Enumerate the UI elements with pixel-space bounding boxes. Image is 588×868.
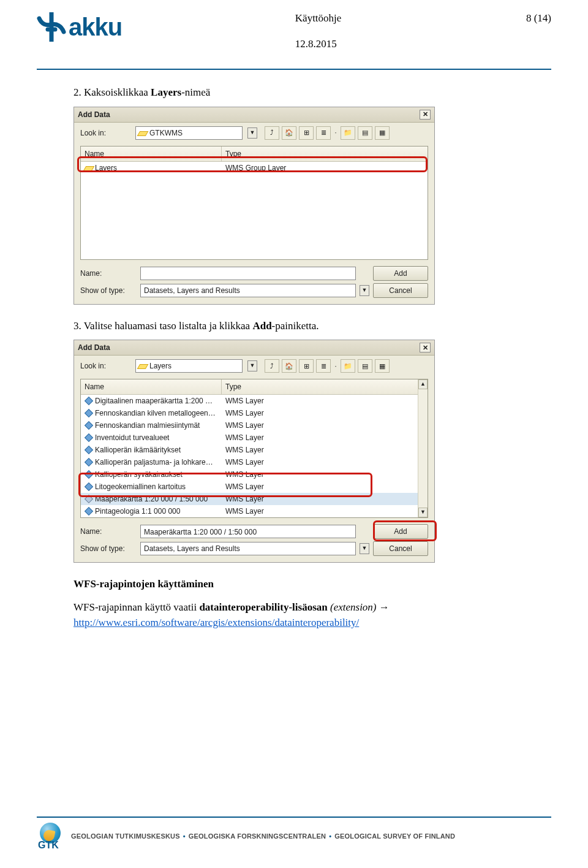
showtype-select[interactable]: Datasets, Layers and Results: [140, 284, 356, 297]
name-input[interactable]: Maaperäkartta 1:20 000 / 1:50 000: [140, 525, 356, 538]
close-button[interactable]: ✕: [420, 343, 431, 352]
scroll-down-icon[interactable]: ▼: [418, 508, 428, 517]
layer-icon: [85, 421, 93, 430]
new-folder-icon[interactable]: 📁: [341, 359, 355, 373]
page-number: 8 (14): [514, 12, 551, 25]
add-button[interactable]: Add: [373, 524, 428, 539]
wfs-paragraph: WFS-rajapinnan käyttö vaatii datainterop…: [74, 600, 514, 631]
scrollbar[interactable]: ▲ ▼: [418, 379, 428, 517]
chevron-down-icon[interactable]: ▼: [247, 128, 257, 139]
page-header: akku Käyttöohje 12.8.2015 8 (14): [0, 0, 588, 69]
header-rule: [37, 69, 551, 70]
list-item[interactable]: Layers WMS Group Layer: [81, 162, 428, 174]
layer-icon: [85, 446, 93, 454]
list-item[interactable]: Fennoskandian malmiesiintymätWMS Layer: [81, 419, 418, 432]
doc-date: 12.8.2015: [295, 38, 342, 50]
list-body: Layers WMS Group Layer: [81, 162, 428, 179]
up-folder-icon[interactable]: ⤴: [265, 359, 279, 373]
name-label: Name:: [80, 268, 137, 279]
chevron-down-icon[interactable]: ▼: [360, 543, 369, 554]
list-item[interactable]: Fennoskandian kilven metallogeen…WMS Lay…: [81, 407, 418, 419]
add-data-dialog-2: Add Data ✕ Look in: Layers ▼ ⤴ 🏠 ⊞ ≣ · 📁…: [74, 340, 435, 563]
toolbar-buttons: ⤴ 🏠 ⊞ ≣ · 📁 ▤ ▦: [265, 359, 390, 373]
home-icon[interactable]: 🏠: [282, 359, 296, 373]
brand-text: akku: [69, 13, 122, 41]
list-item[interactable]: Digitaalinen maaperäkartta 1:200 …WMS La…: [81, 395, 418, 407]
footer-org-names: GEOLOGIAN TUTKIMUSKESKUS•GEOLOGISKA FORS…: [71, 832, 455, 840]
add-button[interactable]: Add: [373, 266, 428, 281]
sep-icon: ·: [333, 126, 338, 140]
name-input[interactable]: [140, 267, 356, 280]
list-header: Name Type: [81, 147, 428, 162]
view-icon[interactable]: ▦: [375, 126, 390, 140]
lookin-value: Layers: [149, 360, 172, 371]
list-view-icon[interactable]: ≣: [316, 126, 331, 140]
layer-icon: [85, 397, 93, 405]
connect-icon[interactable]: ⊞: [299, 126, 314, 140]
list-view-icon[interactable]: ≣: [316, 359, 331, 373]
list-header: Name Type: [81, 379, 428, 395]
dialog-title-bar: Add Data ✕: [74, 340, 434, 356]
sep-icon: ·: [333, 359, 338, 373]
gtk-logo-icon: GTK: [37, 823, 64, 850]
toolbar-buttons: ⤴ 🏠 ⊞ ≣ · 📁 ▤ ▦: [265, 126, 390, 140]
doc-meta: Käyttöohje 12.8.2015: [295, 12, 342, 64]
layer-icon: [85, 482, 93, 491]
brand-logo: akku: [37, 12, 122, 42]
list-item[interactable]: Kallioperän syväkairauksetWMS Layer: [81, 468, 418, 481]
lookin-value: GTKWMS: [149, 128, 183, 139]
up-folder-icon[interactable]: ⤴: [265, 126, 279, 140]
list-item[interactable]: Maaperäkartta 1:20 000 / 1:50 000WMS Lay…: [81, 493, 418, 505]
chevron-down-icon[interactable]: ▼: [360, 285, 369, 296]
showtype-label: Show of type:: [80, 285, 137, 296]
page-footer: GTK GEOLOGIAN TUTKIMUSKESKUS•GEOLOGISKA …: [0, 817, 588, 850]
lookin-select[interactable]: GTKWMS: [135, 126, 243, 140]
dialog-title-text: Add Data: [78, 109, 110, 120]
wfs-heading: WFS-rajapintojen käyttäminen: [74, 576, 514, 592]
layer-icon: [85, 495, 93, 503]
view-icon[interactable]: ▦: [375, 359, 390, 373]
cancel-button[interactable]: Cancel: [373, 283, 428, 298]
scroll-up-icon[interactable]: ▲: [418, 379, 428, 389]
lookin-label: Look in:: [80, 128, 130, 139]
db-icon[interactable]: ▤: [358, 126, 372, 140]
connect-icon[interactable]: ⊞: [299, 359, 314, 373]
home-icon[interactable]: 🏠: [282, 126, 296, 140]
layers-icon: [138, 363, 147, 369]
wfs-link[interactable]: http://www.esri.com/software/arcgis/exte…: [74, 617, 359, 628]
list-item[interactable]: Pintageologia 1:1 000 000WMS Layer: [81, 505, 418, 517]
col-name[interactable]: Name: [81, 379, 222, 394]
logo-icon: [37, 12, 66, 42]
list-item[interactable]: Kallioperän ikämäärityksetWMS Layer: [81, 444, 418, 456]
chevron-down-icon[interactable]: ▼: [247, 360, 257, 371]
layer-icon: [85, 409, 93, 417]
list-item[interactable]: Litogeokemiallinen kartoitusWMS Layer: [81, 481, 418, 493]
lookin-select[interactable]: Layers: [135, 359, 243, 373]
folder-icon: [138, 130, 147, 136]
name-label: Name:: [80, 526, 137, 537]
layers-icon: [85, 165, 93, 171]
dialog-title-text: Add Data: [78, 342, 110, 353]
add-data-dialog-1: Add Data ✕ Look in: GTKWMS ▼ ⤴ 🏠 ⊞ ≣ · 📁…: [74, 107, 435, 305]
layer-list[interactable]: Name Type Layers WMS Group Layer: [80, 146, 428, 260]
col-name[interactable]: Name: [81, 147, 222, 161]
step-3: 3. Valitse haluamasi taso listalta ja kl…: [74, 318, 514, 334]
list-item[interactable]: Inventoidut turvealueetWMS Layer: [81, 432, 418, 444]
showtype-label: Show of type:: [80, 543, 137, 554]
dialog-title-bar: Add Data ✕: [74, 107, 434, 123]
layer-icon: [85, 507, 93, 516]
lookin-label: Look in:: [80, 360, 130, 371]
layer-list[interactable]: Name Type Digitaalinen maaperäkartta 1:2…: [80, 379, 428, 518]
layer-icon: [85, 458, 93, 466]
cancel-button[interactable]: Cancel: [373, 541, 428, 556]
list-item[interactable]: Kallioperän paljastuma- ja lohkare…WMS L…: [81, 456, 418, 468]
col-type[interactable]: Type: [222, 379, 428, 394]
db-icon[interactable]: ▤: [358, 359, 372, 373]
close-button[interactable]: ✕: [420, 110, 431, 120]
new-folder-icon[interactable]: 📁: [341, 126, 355, 140]
layer-icon: [85, 470, 93, 479]
layer-icon: [85, 433, 93, 442]
list-body: Digitaalinen maaperäkartta 1:200 …WMS La…: [81, 395, 428, 517]
showtype-select[interactable]: Datasets, Layers and Results: [140, 542, 356, 555]
col-type[interactable]: Type: [222, 147, 428, 161]
